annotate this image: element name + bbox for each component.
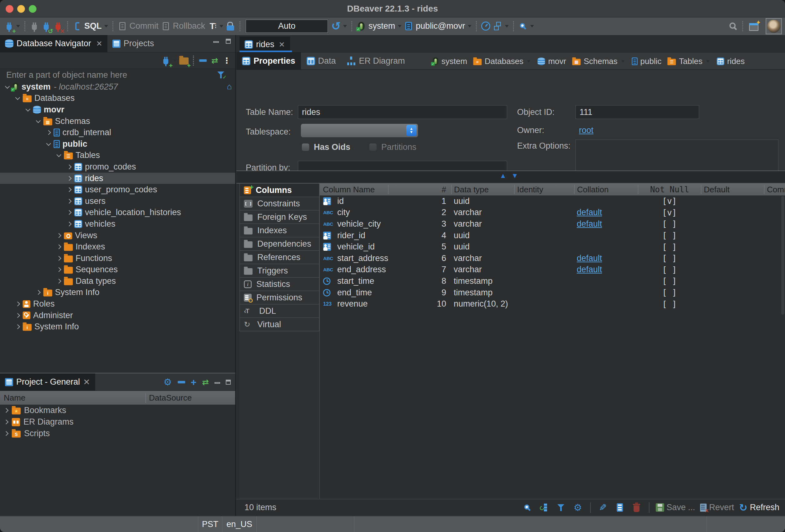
breadcrumb-item-system[interactable]: system — [432, 56, 467, 66]
chevron-right-icon[interactable] — [56, 279, 61, 284]
project-item-er-diagrams[interactable]: ER Diagrams — [0, 416, 235, 428]
transaction-history-button[interactable]: ↺ — [330, 20, 342, 32]
chevron-right-icon[interactable] — [36, 290, 41, 295]
breadcrumb-item-schemas[interactable]: ▦Schemas — [572, 56, 626, 66]
chevron-down-icon[interactable] — [56, 152, 61, 157]
object-tab-permissions[interactable]: Permissions — [239, 291, 320, 304]
connect-button[interactable] — [28, 20, 40, 32]
table-name-input[interactable] — [298, 105, 507, 119]
disconnect-button[interactable]: ✕ — [52, 20, 64, 32]
commit-label[interactable]: Commit — [130, 21, 159, 31]
quick-search-button[interactable] — [727, 20, 739, 32]
chevron-right-icon[interactable] — [15, 302, 20, 307]
dropdown-caret-icon[interactable] — [706, 60, 709, 62]
column-row-revenue[interactable]: 123revenue 10 numeric(10, 2) [ ] — [320, 298, 785, 310]
object-tab-references[interactable]: References — [239, 250, 320, 264]
tab-database-navigator[interactable]: Database Navigator ✕ — [0, 35, 107, 52]
column-row-end_time[interactable]: end_time 9 timestamp [ ] — [320, 287, 785, 299]
database-dropdown[interactable] — [468, 25, 472, 27]
chevron-down-icon[interactable] — [15, 95, 20, 100]
minimize-panel-icon[interactable] — [213, 41, 219, 43]
grid-header-data-type[interactable]: Data type — [451, 185, 514, 194]
chevron-right-icon[interactable] — [56, 233, 61, 238]
chevron-right-icon[interactable] — [4, 431, 9, 436]
nav-new-connection-button[interactable]: + — [160, 54, 172, 67]
column-row-rider_id[interactable]: rider_id 4 uuid [ ] — [320, 230, 785, 241]
vertical-scrollbar[interactable] — [781, 196, 784, 315]
gear-icon[interactable]: ⚙ — [163, 377, 172, 387]
chevron-down-icon[interactable] — [46, 141, 51, 146]
grid-search-button[interactable] — [522, 501, 533, 514]
locale-cell[interactable]: en_US — [222, 516, 256, 532]
lock-button[interactable] — [225, 20, 236, 32]
collation-link[interactable]: default — [577, 208, 602, 217]
grid-settings-button[interactable]: ⚙ — [572, 501, 584, 514]
search-dropdown[interactable] — [530, 25, 534, 27]
timezone-cell[interactable]: PST — [198, 516, 222, 532]
object-tab-statistics[interactable]: iStatistics — [239, 277, 320, 291]
has-oids-checkbox[interactable] — [302, 143, 309, 151]
object-filter-input[interactable] — [0, 69, 215, 81]
dashboard-button[interactable] — [480, 20, 492, 32]
commit-button[interactable] — [117, 20, 128, 32]
dropdown-caret-icon[interactable] — [527, 60, 530, 62]
tree-item-data-types[interactable]: Data types — [0, 275, 235, 287]
transaction-dropdown[interactable] — [220, 25, 223, 27]
tree-item-roles[interactable]: Roles — [0, 298, 235, 310]
collapse-expand-arrows-icon[interactable]: ▲▼ — [500, 172, 523, 180]
tree-item-user-promo-codes[interactable]: user_promo_codes — [0, 184, 235, 196]
breadcrumb-item-tables[interactable]: ☰Tables — [667, 56, 710, 66]
subtab-data[interactable]: Data — [301, 52, 341, 69]
grid-header-identity[interactable]: Identity — [514, 185, 574, 194]
tree-item-views[interactable]: Views — [0, 230, 235, 241]
close-icon[interactable]: ✕ — [279, 40, 285, 49]
tree-item-public[interactable]: public — [0, 138, 235, 150]
chevron-right-icon[interactable] — [67, 199, 72, 204]
new-folder-button[interactable]: + — [178, 54, 190, 67]
object-tab-dependencies[interactable]: Dependencies — [239, 237, 320, 251]
rollback-button[interactable] — [160, 20, 172, 32]
tree-item-movr[interactable]: movr — [0, 104, 235, 116]
tab-project-general[interactable]: Project - General ✕ — [0, 373, 95, 391]
column-row-id[interactable]: id 1 uuid [v] — [320, 196, 785, 207]
object-tab-columns[interactable]: Columns — [239, 183, 320, 197]
chevron-right-icon[interactable] — [67, 176, 72, 181]
filter-config-button[interactable]: ✓ — [215, 69, 227, 81]
chevron-down-icon[interactable] — [5, 84, 10, 89]
tree-item-system[interactable]: system - localhost:26257 ⌂ — [0, 81, 235, 93]
grid-header-column-name[interactable]: Column Name — [320, 185, 388, 194]
object-search-button[interactable] — [517, 20, 529, 32]
chevron-right-icon[interactable] — [4, 420, 9, 425]
object-tab-constraints[interactable]: [ ]Constraints — [239, 197, 320, 210]
link-with-editor-button[interactable]: ⇄ — [209, 54, 221, 67]
column-header-name[interactable]: Name — [0, 393, 146, 403]
nav-new-connection-dropdown[interactable] — [173, 59, 177, 62]
maximize-panel-icon[interactable] — [226, 39, 231, 44]
transaction-log-button[interactable]: T — [206, 20, 218, 32]
maximize-panel-icon[interactable] — [226, 380, 231, 385]
form-splitter[interactable]: ▲▼ — [236, 171, 785, 183]
sql-editor-dropdown[interactable] — [104, 25, 108, 27]
sql-editor-label[interactable]: SQL — [84, 21, 102, 31]
column-row-vehicle_id[interactable]: vehicle_id 5 uuid [ ] — [320, 241, 785, 253]
project-item-scripts[interactable]: SScripts — [0, 428, 235, 439]
breadcrumb-item-public[interactable]: public — [631, 56, 662, 66]
tasks-dropdown[interactable] — [505, 25, 509, 27]
object-tab-foreign-keys[interactable]: Foreign Keys — [239, 210, 320, 224]
chevron-right-icon[interactable] — [15, 313, 20, 318]
revert-button[interactable]: Revert — [700, 503, 734, 512]
database-name[interactable]: public@movr — [416, 21, 465, 31]
tab-projects[interactable]: Projects — [107, 35, 159, 52]
tree-item-sequences[interactable]: Sequences — [0, 264, 235, 276]
column-header-datasource[interactable]: DataSource — [146, 393, 235, 403]
new-connection-button[interactable]: + — [3, 20, 15, 32]
filter-dropdown[interactable] — [228, 74, 232, 76]
tree-item-administer[interactable]: Administer — [0, 310, 235, 321]
grid-sync-button[interactable] — [538, 501, 550, 514]
chevron-down-icon[interactable] — [36, 118, 41, 123]
connection-selector[interactable] — [355, 20, 367, 32]
refresh-button[interactable]: ↻Refresh — [739, 503, 779, 513]
object-tab-triggers[interactable]: Triggers — [239, 264, 320, 278]
new-connection-dropdown[interactable] — [16, 25, 20, 27]
home-icon[interactable]: ⌂ — [227, 82, 232, 91]
